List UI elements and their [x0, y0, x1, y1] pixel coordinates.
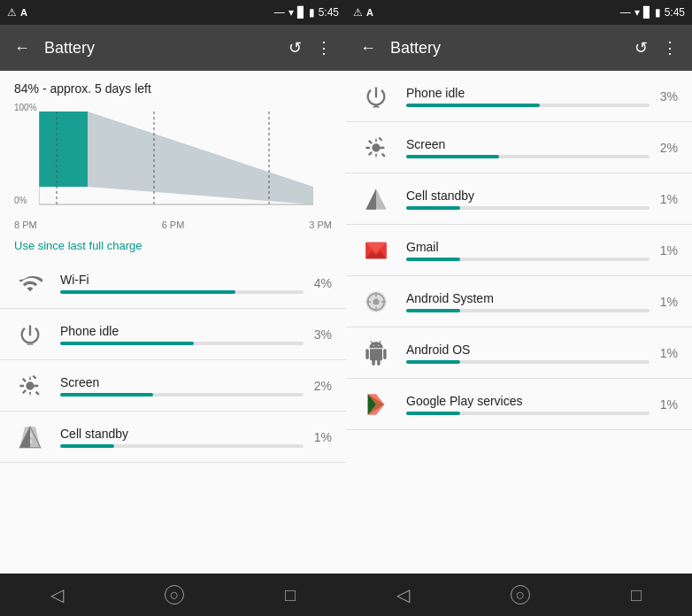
wifi-bar-container — [60, 290, 304, 294]
android-os-name: Android OS — [406, 343, 650, 357]
status-right-right-icons: — ▾ ▊ ▮ 5:45 — [620, 6, 685, 19]
battery-item-phone-idle[interactable]: Phone idle 3% — [0, 309, 346, 360]
cell-standby-bar — [60, 444, 114, 448]
back-arrow-right[interactable]: ← — [360, 39, 376, 58]
gmail-bar-container — [406, 258, 650, 261]
screen-name: Screen — [60, 375, 304, 389]
android-os-percent: 1% — [650, 346, 678, 360]
home-nav-right[interactable]: ○ — [511, 585, 530, 604]
battery-item-android-os[interactable]: Android OS 1% — [346, 327, 692, 379]
svg-marker-18 — [365, 189, 376, 209]
home-nav-left[interactable]: ○ — [165, 585, 184, 604]
battery-item-phone-idle-right[interactable]: Phone idle 3% — [346, 71, 692, 122]
cell-standby-info: Cell standby — [60, 427, 304, 448]
android-system-percent: 1% — [650, 295, 678, 309]
phone-idle-bar — [60, 342, 194, 345]
battery-item-play-services[interactable]: Google Play services 1% — [346, 379, 692, 430]
phone-idle-info-right: Phone idle — [406, 86, 650, 107]
screen-bar-container-right — [406, 155, 650, 158]
screen-bar-container — [60, 393, 304, 397]
refresh-button-right[interactable]: ↺ — [634, 38, 648, 58]
a-icon: A — [20, 7, 27, 18]
battery-item-gmail[interactable]: Gmail 1% — [346, 225, 692, 276]
cell-standby-percent: 1% — [304, 430, 332, 444]
play-services-percent: 1% — [650, 397, 678, 412]
svg-marker-0 — [39, 112, 88, 187]
back-nav-left[interactable]: ◁ — [50, 584, 64, 605]
android-system-icon — [360, 286, 392, 318]
battery-item-cell-standby[interactable]: Cell standby 1% — [0, 412, 346, 463]
use-since-label: Use since last full charge — [0, 230, 346, 258]
wifi-percent: 4% — [304, 276, 332, 290]
cell-standby-bar-container-right — [406, 206, 650, 210]
gmail-name: Gmail — [406, 240, 650, 254]
menu-button-right[interactable]: ⋮ — [662, 38, 678, 58]
alert-icon: ⚠ — [7, 6, 17, 19]
phone-idle-info: Phone idle — [60, 324, 304, 345]
chart-x-6pm: 6 PM — [162, 219, 185, 230]
content-left: 84% - approx. 5 days left 100% 0% 10/22 … — [0, 71, 346, 574]
time-right: 5:45 — [665, 6, 685, 19]
toolbar-right: ← Battery ↺ ⋮ — [346, 25, 692, 71]
android-os-icon — [360, 337, 392, 369]
screen-name-right: Screen — [406, 137, 650, 151]
android-os-bar-container — [406, 360, 650, 364]
battery-status-icon-right: ▮ — [655, 6, 661, 19]
play-services-name: Google Play services — [406, 394, 650, 408]
battery-item-wifi[interactable]: Wi-Fi 4% — [0, 258, 346, 309]
android-os-info: Android OS — [406, 343, 650, 364]
android-os-bar — [406, 360, 460, 364]
status-bar-right: ⚠ A — ▾ ▊ ▮ 5:45 — [346, 0, 692, 25]
screen-percent-right: 2% — [650, 141, 678, 155]
chart-x-labels: 8 PM 6 PM 3 PM — [14, 218, 332, 230]
recent-nav-left[interactable]: □ — [285, 585, 296, 605]
chart-x-3pm: 3 PM — [309, 219, 332, 230]
a-icon-right: A — [366, 7, 373, 18]
svg-rect-12 — [27, 343, 34, 344]
chart-y-label-100: 100% — [14, 103, 37, 112]
android-system-bar-container — [406, 309, 650, 312]
battery-item-screen-right[interactable]: Screen 2% — [346, 122, 692, 173]
status-right-icons: — ▾ ▊ ▮ 5:45 — [274, 6, 339, 19]
cell-standby-info-right: Cell standby — [406, 189, 650, 210]
status-left-icons: ⚠ A — [7, 6, 27, 19]
phone-idle-percent-right: 3% — [650, 89, 678, 104]
android-system-info: Android System — [406, 291, 650, 312]
battery-summary: 84% - approx. 5 days left — [0, 71, 346, 103]
svg-marker-1 — [88, 112, 313, 204]
status-bar-left: ⚠ A — ▾ ▊ ▮ 5:45 — [0, 0, 346, 25]
android-system-bar — [406, 309, 460, 312]
gmail-bar — [406, 258, 460, 261]
refresh-button-left[interactable]: ↺ — [288, 38, 302, 58]
battery-item-screen[interactable]: Screen 2% — [0, 360, 346, 412]
power-icon — [14, 319, 46, 350]
play-services-bar-container — [406, 412, 650, 415]
phone-idle-bar-container-right — [406, 104, 650, 107]
signal-icon-right — [360, 183, 392, 215]
brightness-icon — [14, 370, 46, 402]
svg-rect-11 — [29, 342, 31, 343]
menu-button-left[interactable]: ⋮ — [316, 38, 332, 58]
gmail-icon — [360, 235, 392, 266]
wifi-item-name: Wi-Fi — [60, 273, 304, 287]
back-nav-right[interactable]: ◁ — [396, 584, 410, 605]
wifi-item-info: Wi-Fi — [60, 273, 304, 294]
screen-bar-right — [406, 155, 499, 158]
toolbar-left: ← Battery ↺ ⋮ — [0, 25, 346, 71]
chart-x-8pm: 8 PM — [14, 219, 37, 230]
play-services-icon — [360, 389, 392, 420]
back-arrow-left[interactable]: ← — [14, 39, 30, 58]
svg-rect-16 — [373, 106, 380, 107]
wifi-status-icon: ▾ — [288, 6, 294, 19]
signal-status-icon: ▊ — [297, 6, 305, 19]
battery-item-cell-standby-right[interactable]: Cell standby 1% — [346, 173, 692, 225]
recent-nav-right[interactable]: □ — [631, 585, 642, 605]
battery-item-android-system[interactable]: Android System 1% — [346, 276, 692, 327]
svg-point-26 — [373, 298, 380, 304]
phone-idle-name: Phone idle — [60, 324, 304, 338]
phone-idle-bar-right — [406, 104, 540, 107]
left-panel: ⚠ A — ▾ ▊ ▮ 5:45 ← Battery ↺ ⋮ 84% - app… — [0, 0, 346, 616]
screen-info-right: Screen — [406, 137, 650, 158]
battery-chart: 100% 0% 10/22 10/24 10/27 — [14, 103, 332, 218]
signal-icon — [14, 421, 46, 453]
